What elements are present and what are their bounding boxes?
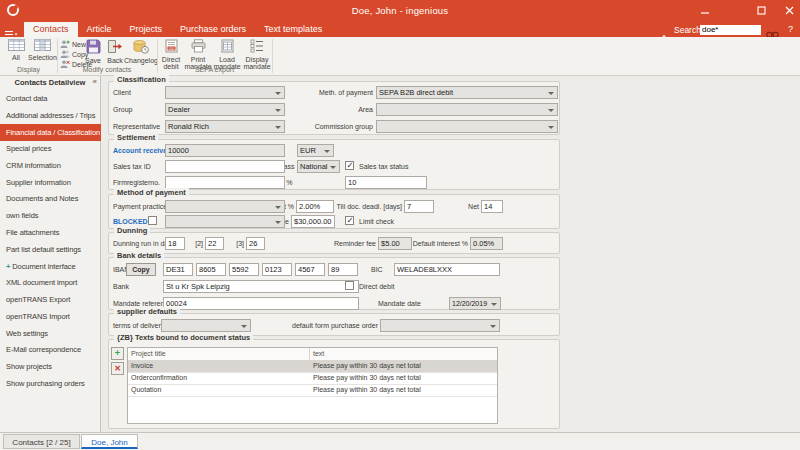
table-all-icon: [3, 39, 29, 53]
payment-practice-select[interactable]: [165, 200, 285, 213]
selection-button[interactable]: Selection: [28, 39, 57, 61]
iban-copy-button[interactable]: Copy: [126, 263, 156, 276]
texts-delete-button[interactable]: ✕: [111, 362, 124, 375]
menu-tabs: Contacts Article Projects Purchase order…: [24, 22, 331, 37]
sidebar-item-additional-addresses[interactable]: Additional addresses / Trips: [0, 108, 101, 123]
sidebar-item-documents-and-notes[interactable]: Documents and Notes: [0, 191, 101, 206]
default-form-purchase-order-select[interactable]: [380, 319, 500, 332]
sidebar-item-web-settings[interactable]: Web settings: [0, 326, 101, 341]
tab-contacts[interactable]: Contacts: [24, 22, 78, 37]
mandate-date-field[interactable]: 12/20/2019: [449, 297, 501, 310]
changelog-database-clock-icon: [124, 39, 158, 56]
mandate-reference-field[interactable]: 00024: [163, 297, 359, 310]
commission-group-select[interactable]: [376, 120, 558, 133]
sidebar-item-show-projects[interactable]: Show projects: [0, 359, 101, 374]
representative-select[interactable]: Ronald Rich: [165, 120, 285, 133]
title-bar: Doe, John - ingenious: [0, 0, 800, 22]
sidebar-item-email-correspondence[interactable]: E-Mail correspondence: [0, 342, 101, 357]
bank-name-field[interactable]: St u Kr Spk Leipzig: [163, 280, 359, 293]
help-button[interactable]: ?: [788, 24, 793, 34]
max-open-balance-field[interactable]: $30,000.00: [291, 215, 335, 228]
sidebar-item-supplier-information[interactable]: Supplier information: [0, 175, 101, 190]
account-receivable-field[interactable]: 10000: [165, 144, 285, 157]
sidebar-item-show-purchasing-orders[interactable]: Show purchasing orders: [0, 376, 101, 391]
tree-expander-icon[interactable]: +: [6, 262, 10, 271]
bic-field[interactable]: WELADE8LXXX: [394, 263, 500, 276]
column-text[interactable]: text: [310, 348, 497, 360]
area-select[interactable]: [376, 103, 558, 116]
classification-legend: Classification: [114, 75, 169, 85]
sidebar-item-xml-document-import[interactable]: XML document import: [0, 275, 101, 290]
maximize-button[interactable]: [750, 3, 772, 18]
iban-segment-1[interactable]: DE31: [163, 263, 193, 276]
cell-project-title: Orderconfirmation: [128, 372, 309, 384]
dunning-run-3-field[interactable]: 26: [246, 237, 265, 250]
back-door-icon: [104, 39, 126, 56]
table-row-quotation[interactable]: Quotation Please pay within 30 days net …: [128, 384, 497, 397]
blocked-select[interactable]: [165, 215, 285, 228]
tab-current-contact[interactable]: Doe, John: [81, 434, 138, 449]
save-button-label: Save: [85, 57, 101, 64]
back-button[interactable]: Back: [104, 39, 126, 64]
sidebar-item-opentrans-export[interactable]: openTRANS Export: [0, 292, 101, 307]
sales-tax-id-field[interactable]: [165, 160, 285, 173]
tab-contacts-list[interactable]: Contacts [2 / 25]: [3, 434, 80, 449]
iban-segment-6[interactable]: 89: [328, 263, 358, 276]
tab-purchase-orders[interactable]: Purchase orders: [171, 22, 255, 37]
sidebar-item-label: Document interface: [12, 262, 75, 271]
terms-of-delivery-label: terms of delivery: [113, 321, 164, 331]
sidebar-item-contact-data[interactable]: Contact data: [0, 91, 101, 106]
column-project-title[interactable]: Project title: [128, 348, 309, 360]
sidebar-item-crm-information[interactable]: CRM information: [0, 158, 101, 173]
sidebar-item-document-interface[interactable]: +Document interface: [0, 259, 101, 274]
iban-segment-5[interactable]: 4567: [295, 263, 325, 276]
supplier-defaults-legend: supplier defaults: [114, 307, 180, 317]
save-button[interactable]: Save: [82, 39, 104, 64]
person-copy-icon: [60, 50, 70, 59]
reminder-fee-field[interactable]: $5.00: [378, 237, 412, 250]
chevron-down-icon: [275, 206, 281, 209]
surcharge-field[interactable]: 10: [345, 176, 427, 189]
default-interest-field[interactable]: 0.05%: [470, 237, 503, 250]
chevron-down-icon: [241, 325, 247, 328]
sidebar-item-part-list-default-settings[interactable]: Part list default settings: [0, 242, 101, 257]
chevron-down-icon: [548, 126, 554, 129]
client-select[interactable]: [165, 86, 285, 99]
net-field[interactable]: 14: [481, 200, 503, 213]
group-select[interactable]: Dealer: [165, 103, 285, 116]
limit-check-checkbox[interactable]: [345, 216, 354, 225]
sidebar-item-file-attachments[interactable]: File attachments: [0, 225, 101, 240]
all-button[interactable]: All: [3, 39, 29, 61]
sidebar-item-opentrans-import[interactable]: openTRANS Import: [0, 309, 101, 324]
dunning-run-1-field[interactable]: 18: [165, 237, 185, 250]
tab-text-templates[interactable]: Text templates: [255, 22, 331, 37]
cell-project-title: Invoice: [128, 360, 309, 372]
sidebar-item-own-fields[interactable]: own fields: [0, 208, 101, 223]
terms-of-delivery-select[interactable]: [161, 319, 251, 332]
tab-article[interactable]: Article: [78, 22, 121, 37]
texts-add-button[interactable]: +: [111, 347, 124, 360]
currency-select[interactable]: EUR: [297, 144, 334, 157]
direct-debit-document-icon: [158, 39, 184, 55]
tab-projects[interactable]: Projects: [121, 22, 172, 37]
minimize-button[interactable]: [694, 3, 716, 18]
changelog-button[interactable]: Changelog: [124, 39, 158, 64]
sidebar-collapse-icon[interactable]: «: [93, 77, 97, 86]
till-doc-deadline-field[interactable]: 7: [404, 200, 434, 213]
iban-segment-3[interactable]: 5592: [229, 263, 259, 276]
default-interest-label: Default interest %: [413, 239, 468, 249]
method-of-payment-select[interactable]: SEPA B2B direct debit: [376, 86, 558, 99]
search-input[interactable]: [700, 25, 761, 35]
sidebar-item-special-prices[interactable]: Special prices: [0, 141, 101, 156]
blocked-checkbox[interactable]: [148, 216, 157, 225]
country-class-select[interactable]: National: [297, 160, 340, 173]
sidebar-item-financial-data[interactable]: Financial data / Classification: [0, 124, 101, 141]
discount-field[interactable]: 2.00%: [296, 200, 334, 213]
close-button[interactable]: [778, 3, 800, 18]
detailview-sidebar: Contacts Detailview « Contact data Addit…: [0, 76, 101, 432]
iban-segment-4[interactable]: 0123: [262, 263, 292, 276]
sales-tax-status-checkbox[interactable]: [345, 161, 354, 170]
dunning-run-2-field[interactable]: 22: [205, 237, 224, 250]
direct-debit-checkbox[interactable]: [345, 281, 354, 290]
iban-segment-2[interactable]: 8605: [196, 263, 226, 276]
